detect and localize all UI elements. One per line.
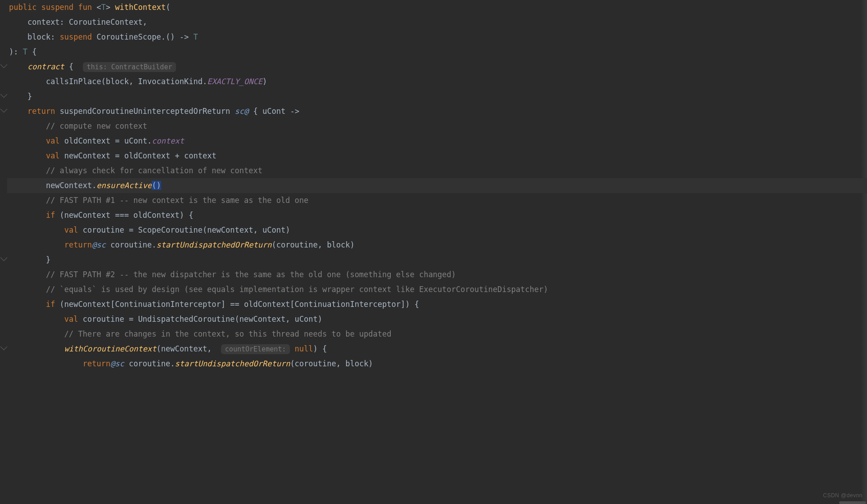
ref: uCont. (124, 136, 152, 145)
ref: newContext. (46, 181, 97, 190)
arrow: -> (285, 107, 299, 116)
code-line[interactable]: // FAST PATH #2 -- the new dispatcher is… (7, 267, 867, 282)
selection: () (152, 181, 161, 190)
class-ref: InvocationKind. (138, 77, 208, 86)
comment: // There are changes in the context, so … (64, 329, 392, 338)
fold-indicator-icon[interactable] (0, 61, 8, 68)
var: coroutine (83, 225, 124, 234)
punct: ) { (313, 344, 327, 353)
fold-indicator-icon[interactable] (0, 254, 8, 261)
property: context (152, 136, 184, 145)
punct: , (143, 18, 147, 27)
fold-indicator-icon[interactable] (0, 343, 8, 351)
code-area[interactable]: public suspend fun <T> withContext( cont… (7, 0, 867, 371)
code-line[interactable]: // `equals` is used by design (see equal… (7, 282, 867, 297)
punct: { (64, 62, 73, 71)
keyword: null (295, 344, 313, 353)
punct: : (60, 18, 69, 27)
fn-call: ensureActive (96, 181, 152, 190)
keyword: val (46, 151, 60, 160)
keyword: suspend (60, 32, 92, 41)
fold-indicator-icon[interactable] (0, 91, 8, 98)
label: sc@ (235, 107, 249, 116)
code-line[interactable]: return suspendCoroutineUninterceptedOrRe… (7, 104, 867, 119)
code-line[interactable]: context: CoroutineContext, (7, 15, 867, 30)
var: coroutine (83, 315, 124, 324)
type: CoroutineContext (69, 18, 143, 27)
type-param: T (193, 32, 198, 41)
code-line[interactable]: val newContext = oldContext + context (7, 148, 867, 163)
code-line[interactable]: contract { this: ContractBuilder (7, 59, 867, 74)
fn-call: callsInPlace (46, 77, 101, 86)
args: (newContext, (157, 344, 217, 353)
code-line[interactable]: ): T { (7, 45, 867, 59)
fn-call: startUndispatchedOrReturn (175, 359, 290, 368)
ref: coroutine. (124, 359, 175, 368)
code-line[interactable]: if (newContext[ContinuationInterceptor] … (7, 297, 867, 312)
code-line[interactable]: // always check for cancellation of new … (7, 163, 867, 178)
expr: = ScopeCoroutine(newContext, uCont) (124, 225, 290, 234)
fn-call: suspendCoroutineUninterceptedOrReturn (60, 107, 230, 116)
comment: // compute new context (46, 122, 147, 130)
code-line[interactable]: // compute new context (7, 119, 867, 134)
code-line[interactable]: // There are changes in the context, so … (7, 327, 867, 342)
fn-call: withCoroutineContext (64, 344, 157, 353)
punct: > (106, 3, 110, 12)
var: oldContext (64, 136, 110, 145)
keyword: val (64, 225, 78, 234)
code-line[interactable]: } (7, 252, 867, 267)
keyword: fun (78, 3, 92, 12)
comment: // `equals` is used by design (see equal… (46, 285, 548, 294)
brace: } (27, 92, 32, 101)
code-line-highlighted[interactable]: newContext.ensureActive() (7, 178, 867, 193)
code-line[interactable]: val oldContext = uCont.context (7, 134, 867, 148)
type: CoroutineScope (97, 32, 161, 41)
code-line[interactable]: if (newContext === oldContext) { (7, 208, 867, 223)
code-line[interactable]: val coroutine = UndispatchedCoroutine(ne… (7, 312, 867, 327)
var: newContext (64, 151, 110, 160)
code-line[interactable]: // FAST PATH #1 -- new context is the sa… (7, 193, 867, 208)
punct: ): (9, 47, 23, 56)
comment: // FAST PATH #2 -- the new dispatcher is… (46, 270, 456, 279)
label: @sc (110, 359, 124, 368)
keyword: if (46, 300, 55, 309)
punct: { (27, 47, 36, 56)
punct: ( (166, 3, 170, 12)
code-line[interactable]: block: suspend CoroutineScope.() -> T (7, 30, 867, 45)
keyword: return (64, 240, 92, 249)
fold-indicator-icon[interactable] (0, 106, 8, 113)
code-editor[interactable]: public suspend fun <T> withContext( cont… (0, 0, 867, 504)
punct: { (248, 107, 262, 116)
comment: // always check for cancellation of new … (46, 166, 262, 175)
expr: = oldContext + context (110, 151, 216, 160)
enum-const: EXACTLY_ONCE (207, 77, 262, 86)
keyword: if (46, 211, 55, 220)
code-line[interactable]: callsInPlace(block, InvocationKind.EXACT… (7, 74, 867, 89)
code-line[interactable]: public suspend fun <T> withContext( (7, 0, 867, 15)
code-line[interactable]: return@sc coroutine.startUndispatchedOrR… (7, 238, 867, 252)
ref: coroutine. (106, 240, 157, 249)
keyword: return (83, 359, 110, 368)
function-name: withContext (115, 3, 166, 12)
code-line[interactable]: val coroutine = ScopeCoroutine(newContex… (7, 223, 867, 238)
code-line[interactable]: withCoroutineContext(newContext, countOr… (7, 342, 867, 356)
args: (block, (101, 77, 138, 86)
keyword: val (64, 315, 78, 324)
contract-call: contract (27, 62, 64, 71)
param: block (27, 32, 50, 41)
cond: (newContext[ContinuationInterceptor] == … (55, 300, 419, 309)
type-param: T (101, 3, 106, 12)
keyword: val (46, 136, 60, 145)
args: (coroutine, block) (290, 359, 373, 368)
keyword: return (27, 107, 55, 116)
fold-gutter[interactable] (0, 0, 7, 504)
cond: (newContext === oldContext) { (55, 211, 193, 220)
watermark: CSDN @devnn (823, 488, 862, 503)
punct: ) (262, 77, 267, 86)
code-line[interactable]: return@sc coroutine.startUndispatchedOrR… (7, 356, 867, 371)
punct: .() -> (161, 32, 194, 41)
code-line[interactable]: } (7, 89, 867, 104)
op: = (110, 136, 124, 145)
type-param: T (23, 47, 27, 56)
keyword: public (9, 3, 36, 12)
